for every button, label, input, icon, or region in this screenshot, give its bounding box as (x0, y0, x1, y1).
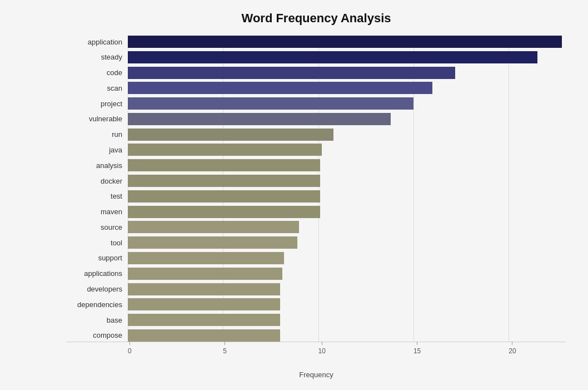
bar-track (128, 97, 566, 110)
x-tick-value: 5 (223, 347, 227, 355)
bar-label: java (67, 146, 128, 154)
bar-track (128, 221, 566, 233)
bar-fill (128, 190, 320, 203)
x-tick: 20 (509, 342, 516, 355)
x-tick-line (512, 342, 512, 345)
bar-label: support (67, 254, 128, 262)
bar-fill (128, 314, 280, 326)
bar-track (128, 283, 566, 295)
bar-row: run (67, 129, 566, 141)
bar-row: compose (67, 329, 566, 342)
bar-label: run (67, 130, 128, 139)
bar-track (128, 314, 566, 326)
bar-row: steady (67, 51, 566, 63)
bar-label: source (67, 223, 128, 231)
bar-row: vulnerable (67, 113, 566, 125)
bar-track (128, 67, 566, 79)
x-tick-line (225, 342, 225, 345)
chart-area: applicationsteadycodescanprojectvulnerab… (67, 36, 566, 364)
bar-track (128, 298, 566, 310)
x-tick-value: 10 (318, 347, 326, 355)
x-tick-value: 0 (128, 347, 132, 355)
bar-fill (128, 175, 320, 187)
bar-row: source (67, 221, 566, 233)
bar-track (128, 113, 566, 125)
bar-fill (128, 268, 282, 280)
x-tick-line (417, 342, 417, 345)
bar-fill (128, 82, 432, 94)
bar-track (128, 129, 566, 141)
bar-row: scan (67, 82, 566, 94)
bar-label: tool (67, 239, 128, 247)
bar-label: analysis (67, 161, 128, 170)
chart-container: Word Frequency Analysis applicationstead… (0, 0, 588, 390)
bar-row: project (67, 97, 566, 110)
bar-row: java (67, 144, 566, 156)
bar-row: dependencies (67, 298, 566, 310)
x-tick-line (322, 342, 322, 345)
bar-row: test (67, 190, 566, 203)
bar-label: dependencies (67, 300, 128, 309)
bar-fill (128, 97, 413, 110)
bar-row: tool (67, 236, 566, 249)
bar-label: application (67, 38, 128, 46)
bar-label: scan (67, 84, 128, 92)
x-tick: 0 (128, 342, 132, 355)
bar-fill (128, 51, 537, 63)
bar-fill (128, 144, 322, 156)
bar-fill (128, 221, 299, 233)
bar-fill (128, 113, 391, 125)
bars-wrapper: applicationsteadycodescanprojectvulnerab… (67, 36, 566, 342)
bar-row: maven (67, 206, 566, 218)
bar-track (128, 144, 566, 156)
bar-label: vulnerable (67, 115, 128, 123)
bar-fill (128, 206, 320, 218)
bar-fill (128, 129, 333, 141)
bar-label: test (67, 192, 128, 200)
x-tick: 10 (318, 342, 326, 355)
bar-track (128, 236, 566, 249)
bar-track (128, 190, 566, 203)
bar-row: developers (67, 283, 566, 295)
x-tick: 5 (223, 342, 227, 355)
bar-track (128, 268, 566, 280)
bar-fill (128, 329, 280, 342)
x-axis-title: Frequency (67, 371, 566, 379)
bar-label: base (67, 316, 128, 324)
bar-fill (128, 283, 280, 295)
bar-label: developers (67, 285, 128, 293)
x-tick-value: 20 (509, 347, 516, 355)
bar-fill (128, 252, 284, 264)
x-tick-value: 15 (413, 347, 421, 355)
chart-title: Word Frequency Analysis (67, 11, 566, 26)
bar-row: support (67, 252, 566, 264)
bar-track (128, 36, 566, 48)
bar-label: docker (67, 177, 128, 185)
bar-track (128, 175, 566, 187)
bar-row: base (67, 314, 566, 326)
bar-label: code (67, 68, 128, 77)
bar-row: applications (67, 268, 566, 280)
x-tick-line (129, 342, 130, 345)
bar-fill (128, 236, 297, 249)
bar-fill (128, 298, 280, 310)
bar-track (128, 329, 566, 342)
bar-label: steady (67, 53, 128, 61)
bar-track (128, 159, 566, 171)
bar-label: maven (67, 208, 128, 216)
bar-row: docker (67, 175, 566, 187)
bar-row: analysis (67, 159, 566, 171)
bar-track (128, 252, 566, 264)
bar-track (128, 82, 566, 94)
x-tick: 15 (413, 342, 421, 355)
bar-fill (128, 67, 455, 79)
bar-fill (128, 36, 562, 48)
bar-row: code (67, 67, 566, 79)
bar-fill (128, 159, 320, 171)
x-ticks: 05101520 (67, 342, 566, 364)
bar-label: compose (67, 331, 128, 339)
bar-track (128, 206, 566, 218)
bar-track (128, 51, 566, 63)
bar-row: application (67, 36, 566, 48)
bar-label: applications (67, 269, 128, 278)
